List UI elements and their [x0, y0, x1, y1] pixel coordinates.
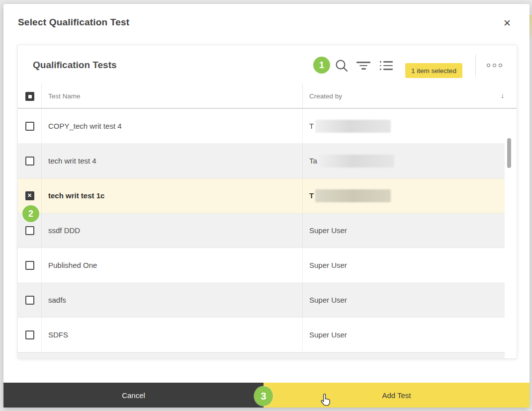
row-checkbox[interactable] [25, 157, 34, 165]
row-checkbox[interactable] [25, 226, 34, 235]
qualification-tests-card: Qualification Tests 1 item selected [17, 45, 517, 359]
created-by-cell: Super User [303, 213, 505, 247]
cancel-button[interactable]: Cancel [3, 383, 264, 408]
redacted-text-block [319, 155, 394, 167]
filter-icon[interactable] [356, 62, 370, 70]
select-qualification-test-dialog: Select Qualification Test ✕ Qualificatio… [3, 4, 530, 408]
annotation-step-badge-3: 3 [254, 386, 273, 406]
created-by-text: Ta [309, 157, 317, 165]
redacted-text-block [315, 189, 391, 202]
table-row[interactable]: Published One Super User [18, 248, 505, 283]
card-toolbar: Qualification Tests 1 item selected [18, 45, 517, 84]
table-row-selected[interactable]: ✕ tech writ test 1c T [18, 178, 505, 213]
test-name-cell: SDFS [42, 318, 303, 352]
test-name-cell: sadfs [42, 283, 303, 317]
test-name-cell: ssdf DDD [42, 213, 303, 247]
created-by-cell: Ta [303, 144, 505, 178]
row-checkbox[interactable] [25, 122, 34, 131]
search-icon[interactable] [335, 59, 349, 73]
toolbar-divider [475, 54, 476, 77]
table-body: COPY_tech writ test 4 T tech writ test 4… [18, 109, 505, 358]
table-row[interactable]: tech writ test 4 Ta [18, 144, 505, 178]
cursor-pointer-icon [320, 393, 331, 409]
created-by-cell: Super User [303, 283, 505, 317]
close-icon[interactable]: ✕ [500, 16, 514, 30]
column-header-created-by: Created by [309, 92, 342, 100]
selection-count-badge: 1 item selected [405, 63, 462, 78]
created-by-text: T [309, 191, 314, 200]
add-test-button[interactable]: Add Test [264, 383, 530, 408]
more-options-icon[interactable] [487, 64, 502, 67]
created-by-text: T [309, 122, 314, 130]
list-view-icon[interactable] [380, 61, 393, 70]
redacted-text-block [315, 120, 391, 133]
screen: Select Qualification Test ✕ Qualificatio… [0, 0, 532, 411]
annotation-step-badge-2: 2 [22, 205, 39, 222]
test-name-cell: tech writ test 1c [42, 178, 303, 213]
created-by-cell: T [303, 178, 505, 213]
column-divider [302, 84, 303, 108]
card-title: Qualification Tests [33, 60, 117, 71]
test-name-cell: Published One [42, 248, 303, 282]
created-by-cell: Super User [303, 318, 505, 352]
column-header-test-name: Test Name [48, 92, 81, 100]
table-row[interactable]: SDFS Super User [18, 318, 505, 352]
scrollbar-thumb[interactable] [507, 138, 511, 168]
created-by-cell: Super User [303, 248, 505, 282]
annotation-step-badge-1: 1 [313, 57, 330, 74]
sort-descending-icon[interactable]: ↓ [501, 91, 505, 99]
test-name-cell: tech writ test 4 [42, 144, 303, 178]
test-name-cell: COPY_tech writ test 4 [42, 109, 303, 143]
row-checkbox-checked[interactable]: ✕ [25, 191, 34, 200]
row-checkbox[interactable] [25, 261, 34, 270]
table-header: Test Name Created by ↓ [18, 84, 517, 109]
row-checkbox[interactable] [25, 296, 34, 305]
dialog-title: Select Qualification Test [18, 17, 129, 28]
table-row[interactable]: COPY_tech writ test 4 T [18, 109, 505, 144]
table-row-partial [18, 352, 505, 358]
table-row[interactable]: sadfs Super User [18, 283, 505, 318]
created-by-cell: T [303, 109, 505, 143]
row-checkbox[interactable] [25, 330, 34, 339]
select-all-checkbox[interactable] [25, 92, 34, 101]
table-row[interactable]: ssdf DDD Super User [18, 213, 505, 248]
